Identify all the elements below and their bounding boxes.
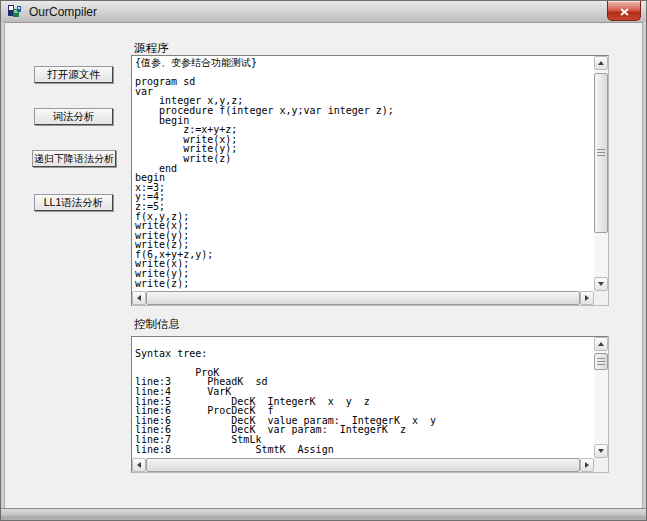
scrollbar-corner [594, 458, 608, 472]
scroll-down-button[interactable] [594, 277, 608, 291]
source-code-textarea[interactable]: {值参、变参结合功能测试} program sd var integer x,y… [131, 55, 609, 306]
scroll-up-button[interactable] [594, 337, 608, 351]
window-right-border [642, 22, 646, 520]
scroll-left-button[interactable] [132, 291, 146, 305]
control-hscroll-thumb[interactable] [146, 458, 580, 472]
titlebar[interactable]: OurCompiler [1, 1, 646, 23]
scroll-up-button[interactable] [594, 56, 608, 70]
lexical-analysis-button[interactable]: 词法分析 [34, 108, 113, 125]
scroll-right-button[interactable] [580, 458, 594, 472]
up-arrow-icon [598, 342, 604, 346]
recursive-descent-parse-button[interactable]: 递归下降语法分析 [32, 150, 116, 167]
right-arrow-icon [585, 462, 589, 468]
control-horizontal-scrollbar[interactable] [132, 458, 594, 472]
scroll-right-button[interactable] [580, 291, 594, 305]
close-button[interactable] [607, 1, 641, 21]
control-info-text: Syntax tree: ProK line:3 PheadK sd line:… [135, 339, 594, 454]
control-info-textarea[interactable]: Syntax tree: ProK line:3 PheadK sd line:… [131, 336, 609, 473]
close-icon [620, 2, 629, 20]
scroll-left-button[interactable] [132, 458, 146, 472]
thumb-grip-icon [597, 149, 605, 157]
source-vertical-scrollbar[interactable] [594, 56, 608, 291]
control-vertical-scrollbar[interactable] [594, 337, 608, 458]
source-hscroll-thumb[interactable] [146, 291, 580, 305]
source-code-text: {值参、变参结合功能测试} program sd var integer x,y… [135, 58, 594, 288]
right-arrow-icon [585, 295, 589, 301]
up-arrow-icon [598, 61, 604, 65]
left-arrow-icon [137, 295, 141, 301]
compiler-app-icon [7, 3, 23, 19]
window-left-border [1, 22, 5, 520]
open-source-file-button[interactable]: 打开源文件 [34, 66, 113, 83]
control-info-label: 控制信息 [134, 317, 180, 332]
control-vscroll-thumb[interactable] [594, 353, 608, 370]
down-arrow-icon [598, 282, 604, 286]
source-horizontal-scrollbar[interactable] [132, 291, 594, 305]
source-vscroll-thumb[interactable] [594, 73, 608, 233]
scrollbar-corner [594, 291, 608, 305]
app-window: OurCompiler 打开源文件 词法分析 递归下降语法分析 LL1语法分析 … [0, 0, 647, 521]
thumb-grip-icon [597, 358, 605, 366]
window-bottom-border [1, 508, 646, 521]
left-arrow-icon [137, 462, 141, 468]
window-title: OurCompiler [29, 5, 97, 19]
ll1-parse-button[interactable]: LL1语法分析 [34, 194, 113, 211]
scroll-down-button[interactable] [594, 444, 608, 458]
source-program-label: 源程序 [134, 41, 169, 56]
down-arrow-icon [598, 449, 604, 453]
